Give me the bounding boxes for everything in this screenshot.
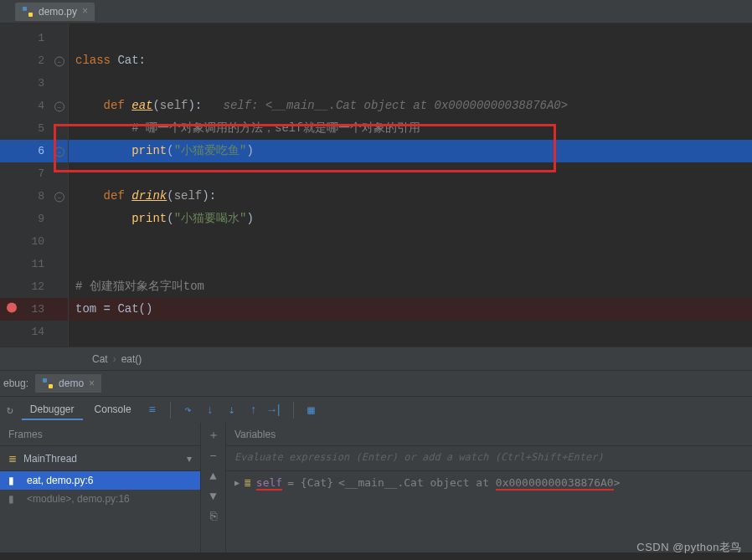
frame-icon: ▮	[8, 475, 20, 486]
debugger-toolbar: ↻ Debugger Console ≡ ↷ ↓ ⇣ ↑ →| ▦	[0, 396, 752, 423]
debug-config-name: demo	[59, 378, 84, 389]
debugger-tab[interactable]: Debugger	[22, 400, 83, 420]
line-number: 9	[0, 208, 68, 230]
chevron-down-icon[interactable]: ▾	[187, 453, 192, 465]
file-tab-label: demo.py	[39, 6, 77, 18]
line-number: 10	[0, 230, 68, 253]
evaluate-expression-input[interactable]: Evaluate expression (Enter) or add a wat…	[226, 446, 752, 471]
frames-toolbar: ＋ − ▲ ▼ ⎘	[201, 423, 226, 552]
step-over-icon[interactable]: ↷	[179, 401, 198, 419]
line-number: 11	[0, 253, 68, 275]
step-into-my-code-icon[interactable]: ⇣	[223, 401, 241, 419]
fold-icon[interactable]: −	[54, 57, 64, 67]
line-number: 5	[0, 117, 68, 140]
stack-frame[interactable]: ▮ eat, demo.py:6	[0, 471, 200, 490]
separator	[170, 402, 171, 419]
svg-rect-3	[49, 384, 53, 388]
frames-panel: Frames ≣ MainThread ▾ ▮ eat, demo.py:6 ▮…	[0, 423, 201, 552]
code-editor[interactable]: 1 2− 3 4− 5 6− 7 8− 9 10 11 12 13 14 cla…	[0, 23, 752, 347]
file-tab[interactable]: demo.py ×	[15, 3, 95, 21]
debug-window-label: ebug:	[3, 378, 28, 389]
stack-frame[interactable]: ▮ <module>, demo.py:16	[0, 490, 200, 508]
frame-label: <module>, demo.py:16	[27, 493, 130, 505]
separator	[293, 402, 294, 419]
close-tab-icon[interactable]: ×	[82, 6, 88, 18]
step-into-icon[interactable]: ↓	[201, 401, 219, 419]
breadcrumb-class[interactable]: Cat	[92, 353, 108, 365]
breadcrumb: Cat › eat()	[0, 347, 752, 370]
thread-name: MainThread	[23, 453, 77, 465]
close-icon[interactable]: ×	[89, 378, 95, 389]
frame-label: eat, demo.py:6	[27, 475, 93, 486]
python-file-icon	[42, 378, 54, 389]
line-number: 6−	[0, 140, 68, 162]
code-area[interactable]: class Cat: def eat(self): self: <__main_…	[69, 23, 752, 347]
step-out-icon[interactable]: ↑	[245, 401, 263, 419]
editor-tab-bar: demo.py ×	[0, 0, 752, 23]
gutter: 1 2− 3 4− 5 6− 7 8− 9 10 11 12 13 14	[0, 23, 69, 347]
restart-icon[interactable]: ↻	[7, 403, 13, 417]
debug-config-tab[interactable]: demo ×	[35, 374, 101, 393]
line-number: 2−	[0, 49, 68, 72]
breadcrumb-method[interactable]: eat()	[121, 353, 142, 365]
thread-selector[interactable]: ≣ MainThread ▾	[0, 446, 200, 471]
move-up-icon[interactable]: ▲	[209, 470, 216, 483]
line-number: 14	[0, 321, 68, 343]
show-execution-point-icon[interactable]: ≡	[143, 401, 162, 419]
console-tab[interactable]: Console	[86, 400, 140, 420]
debug-window-header: ebug: demo ×	[0, 371, 752, 396]
fold-icon[interactable]: −	[54, 193, 64, 203]
svg-rect-1	[28, 13, 33, 17]
line-number: 13	[0, 298, 68, 321]
line-number: 3	[0, 72, 68, 95]
svg-rect-0	[23, 7, 27, 11]
variable-icon: ≣	[245, 476, 251, 489]
line-number: 8−	[0, 185, 68, 208]
chevron-right-icon[interactable]: ▶	[234, 478, 240, 487]
thread-icon: ≣	[8, 453, 17, 465]
variables-panel: Variables Evaluate expression (Enter) or…	[226, 423, 752, 552]
fold-icon[interactable]: −	[54, 102, 64, 112]
add-watch-icon[interactable]: ＋	[208, 428, 219, 443]
debug-panel: ebug: demo × ↻ Debugger Console ≡ ↷ ↓ ⇣ …	[0, 370, 752, 552]
watermark: CSDN @python老鸟	[636, 540, 742, 555]
fold-icon[interactable]: −	[54, 147, 64, 157]
debug-panels: Frames ≣ MainThread ▾ ▮ eat, demo.py:6 ▮…	[0, 423, 752, 552]
inline-debug-hint: self: <__main__.Cat object at 0x00000000…	[223, 99, 568, 112]
svg-rect-2	[43, 378, 47, 383]
frames-header: Frames	[0, 423, 200, 446]
line-number: 12	[0, 275, 68, 298]
remove-watch-icon[interactable]: −	[209, 450, 216, 463]
move-down-icon[interactable]: ▼	[209, 490, 216, 503]
line-number: 7	[0, 162, 68, 185]
variable-row[interactable]: ▶ ≣ self = {Cat} <__main__.Cat object at…	[226, 471, 752, 494]
copy-icon-icon[interactable]: ⎘	[210, 510, 217, 523]
variable-name: self	[256, 476, 282, 489]
line-number: 4−	[0, 95, 68, 117]
variables-header: Variables	[226, 423, 752, 446]
chevron-right-icon: ›	[113, 353, 116, 365]
evaluate-expression-icon[interactable]: ▦	[302, 401, 321, 419]
run-to-cursor-icon[interactable]: →|	[266, 401, 285, 419]
line-number: 1	[0, 27, 68, 49]
breakpoint-icon[interactable]	[7, 302, 17, 312]
variable-type: = {Cat}	[287, 476, 333, 489]
python-file-icon	[22, 6, 33, 18]
frame-icon: ▮	[8, 493, 20, 505]
variable-value: <__main__.Cat object at 0x00000000038876…	[338, 476, 621, 489]
